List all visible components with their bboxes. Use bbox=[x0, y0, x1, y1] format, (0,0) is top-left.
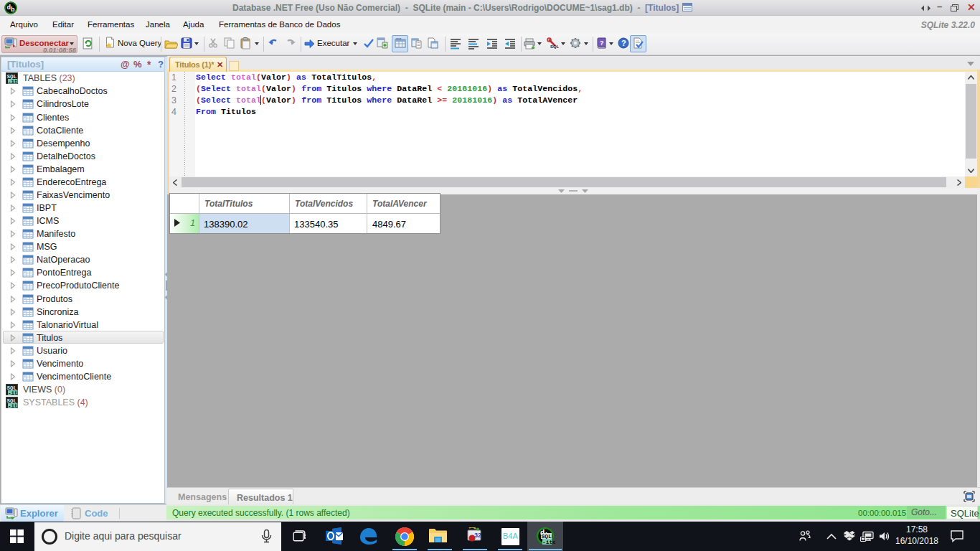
svg-text:b: b bbox=[11, 6, 15, 13]
svg-text:-ite: -ite bbox=[8, 390, 18, 395]
svg-text:-ite: -ite bbox=[8, 79, 18, 84]
svg-text:-ite: -ite bbox=[8, 403, 18, 408]
svg-text:32: 32 bbox=[474, 532, 481, 539]
svg-text:SQL: SQL bbox=[550, 44, 559, 49]
svg-text:?: ? bbox=[600, 39, 604, 47]
svg-text:?: ? bbox=[621, 39, 626, 47]
svg-text:-ite: -ite bbox=[542, 539, 555, 545]
svg-text:1010: 1010 bbox=[396, 37, 402, 40]
